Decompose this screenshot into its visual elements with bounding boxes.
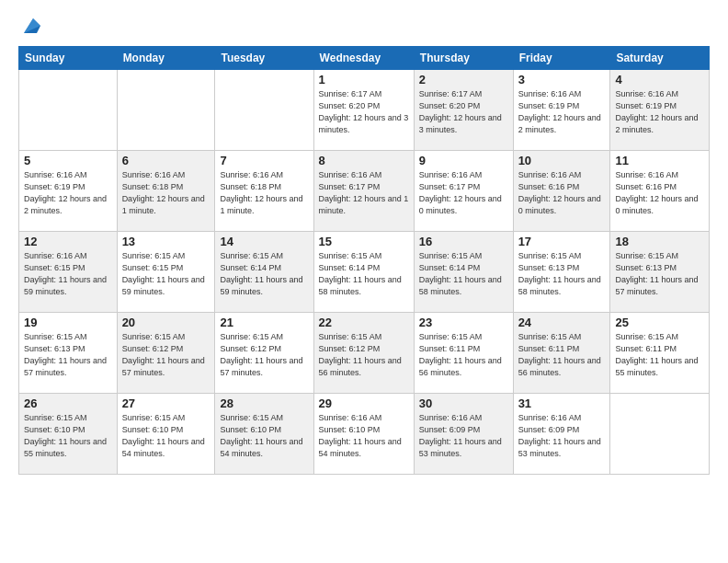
day-number: 1	[319, 73, 409, 86]
calendar-cell: 14Sunrise: 6:15 AM Sunset: 6:14 PM Dayli…	[215, 232, 313, 313]
calendar-cell: 31Sunrise: 6:16 AM Sunset: 6:09 PM Dayli…	[513, 394, 610, 475]
calendar-cell: 19Sunrise: 6:15 AM Sunset: 6:13 PM Dayli…	[19, 313, 118, 394]
day-info: Sunrise: 6:15 AM Sunset: 6:12 PM Dayligh…	[122, 331, 210, 379]
calendar-cell: 26Sunrise: 6:15 AM Sunset: 6:10 PM Dayli…	[19, 394, 118, 475]
day-number: 22	[319, 316, 409, 329]
weekday-header-thursday: Thursday	[414, 47, 513, 70]
day-info: Sunrise: 6:15 AM Sunset: 6:14 PM Dayligh…	[419, 250, 508, 298]
day-number: 4	[615, 73, 704, 86]
day-info: Sunrise: 6:17 AM Sunset: 6:20 PM Dayligh…	[419, 88, 508, 136]
calendar-cell: 1Sunrise: 6:17 AM Sunset: 6:20 PM Daylig…	[313, 70, 414, 151]
calendar-table: SundayMondayTuesdayWednesdayThursdayFrid…	[18, 46, 710, 475]
day-number: 3	[518, 73, 606, 86]
day-info: Sunrise: 6:15 AM Sunset: 6:11 PM Dayligh…	[419, 331, 508, 379]
day-number: 21	[220, 316, 308, 329]
page-header	[18, 15, 710, 37]
day-number: 31	[518, 396, 606, 410]
calendar-cell: 9Sunrise: 6:16 AM Sunset: 6:17 PM Daylig…	[414, 151, 513, 232]
logo-icon	[20, 17, 40, 37]
day-info: Sunrise: 6:15 AM Sunset: 6:10 PM Dayligh…	[122, 412, 210, 460]
day-info: Sunrise: 6:15 AM Sunset: 6:14 PM Dayligh…	[319, 250, 409, 298]
day-info: Sunrise: 6:15 AM Sunset: 6:10 PM Dayligh…	[24, 412, 112, 460]
day-info: Sunrise: 6:15 AM Sunset: 6:14 PM Dayligh…	[220, 250, 308, 298]
day-number: 5	[24, 154, 112, 167]
day-number: 7	[220, 154, 308, 167]
calendar-cell: 18Sunrise: 6:15 AM Sunset: 6:13 PM Dayli…	[610, 232, 710, 313]
day-info: Sunrise: 6:16 AM Sunset: 6:17 PM Dayligh…	[319, 169, 409, 217]
day-number: 19	[24, 316, 112, 329]
week-row-1: 1Sunrise: 6:17 AM Sunset: 6:20 PM Daylig…	[19, 70, 710, 151]
day-info: Sunrise: 6:15 AM Sunset: 6:15 PM Dayligh…	[122, 250, 210, 298]
calendar-cell: 10Sunrise: 6:16 AM Sunset: 6:16 PM Dayli…	[513, 151, 610, 232]
weekday-header-sunday: Sunday	[19, 47, 118, 70]
weekday-header-tuesday: Tuesday	[215, 47, 313, 70]
day-info: Sunrise: 6:16 AM Sunset: 6:19 PM Dayligh…	[615, 88, 704, 136]
calendar-cell: 28Sunrise: 6:15 AM Sunset: 6:10 PM Dayli…	[215, 394, 313, 475]
day-number: 24	[518, 316, 606, 329]
calendar-cell: 4Sunrise: 6:16 AM Sunset: 6:19 PM Daylig…	[610, 70, 710, 151]
week-row-2: 5Sunrise: 6:16 AM Sunset: 6:19 PM Daylig…	[19, 151, 710, 232]
calendar-cell: 5Sunrise: 6:16 AM Sunset: 6:19 PM Daylig…	[19, 151, 118, 232]
day-info: Sunrise: 6:16 AM Sunset: 6:19 PM Dayligh…	[24, 169, 112, 217]
day-number: 11	[615, 154, 704, 167]
day-number: 28	[220, 396, 308, 410]
calendar-cell: 29Sunrise: 6:16 AM Sunset: 6:10 PM Dayli…	[313, 394, 414, 475]
calendar-cell: 15Sunrise: 6:15 AM Sunset: 6:14 PM Dayli…	[313, 232, 414, 313]
day-number: 12	[24, 235, 112, 248]
calendar-cell: 6Sunrise: 6:16 AM Sunset: 6:18 PM Daylig…	[117, 151, 215, 232]
day-info: Sunrise: 6:15 AM Sunset: 6:12 PM Dayligh…	[220, 331, 308, 379]
calendar-cell	[117, 70, 215, 151]
day-number: 2	[419, 73, 508, 86]
week-row-3: 12Sunrise: 6:16 AM Sunset: 6:15 PM Dayli…	[19, 232, 710, 313]
calendar-cell: 21Sunrise: 6:15 AM Sunset: 6:12 PM Dayli…	[215, 313, 313, 394]
day-number: 25	[615, 316, 704, 329]
day-info: Sunrise: 6:16 AM Sunset: 6:19 PM Dayligh…	[518, 88, 606, 136]
calendar-cell: 3Sunrise: 6:16 AM Sunset: 6:19 PM Daylig…	[513, 70, 610, 151]
day-number: 30	[419, 396, 508, 410]
day-info: Sunrise: 6:16 AM Sunset: 6:16 PM Dayligh…	[518, 169, 606, 217]
calendar-cell: 7Sunrise: 6:16 AM Sunset: 6:18 PM Daylig…	[215, 151, 313, 232]
day-info: Sunrise: 6:15 AM Sunset: 6:13 PM Dayligh…	[615, 250, 704, 298]
day-number: 23	[419, 316, 508, 329]
weekday-header-friday: Friday	[513, 47, 610, 70]
day-info: Sunrise: 6:15 AM Sunset: 6:12 PM Dayligh…	[319, 331, 409, 379]
day-number: 27	[122, 396, 210, 410]
day-number: 10	[518, 154, 606, 167]
weekday-header-wednesday: Wednesday	[313, 47, 414, 70]
day-info: Sunrise: 6:16 AM Sunset: 6:10 PM Dayligh…	[319, 412, 409, 460]
day-number: 14	[220, 235, 308, 248]
day-number: 18	[615, 235, 704, 248]
calendar-cell: 8Sunrise: 6:16 AM Sunset: 6:17 PM Daylig…	[313, 151, 414, 232]
day-info: Sunrise: 6:16 AM Sunset: 6:09 PM Dayligh…	[419, 412, 508, 460]
day-number: 8	[319, 154, 409, 167]
day-info: Sunrise: 6:17 AM Sunset: 6:20 PM Dayligh…	[319, 88, 409, 136]
day-info: Sunrise: 6:16 AM Sunset: 6:18 PM Dayligh…	[122, 169, 210, 217]
day-number: 6	[122, 154, 210, 167]
logo	[18, 15, 40, 37]
calendar-cell: 13Sunrise: 6:15 AM Sunset: 6:15 PM Dayli…	[117, 232, 215, 313]
calendar-cell: 11Sunrise: 6:16 AM Sunset: 6:16 PM Dayli…	[610, 151, 710, 232]
day-info: Sunrise: 6:16 AM Sunset: 6:09 PM Dayligh…	[518, 412, 606, 460]
day-number: 17	[518, 235, 606, 248]
calendar-cell	[610, 394, 710, 475]
day-number: 29	[319, 396, 409, 410]
week-row-4: 19Sunrise: 6:15 AM Sunset: 6:13 PM Dayli…	[19, 313, 710, 394]
day-number: 16	[419, 235, 508, 248]
day-number: 26	[24, 396, 112, 410]
day-number: 20	[122, 316, 210, 329]
day-info: Sunrise: 6:16 AM Sunset: 6:16 PM Dayligh…	[615, 169, 704, 217]
calendar-cell: 23Sunrise: 6:15 AM Sunset: 6:11 PM Dayli…	[414, 313, 513, 394]
weekday-header-monday: Monday	[117, 47, 215, 70]
day-info: Sunrise: 6:16 AM Sunset: 6:18 PM Dayligh…	[220, 169, 308, 217]
week-row-5: 26Sunrise: 6:15 AM Sunset: 6:10 PM Dayli…	[19, 394, 710, 475]
calendar-cell: 24Sunrise: 6:15 AM Sunset: 6:11 PM Dayli…	[513, 313, 610, 394]
calendar-cell: 22Sunrise: 6:15 AM Sunset: 6:12 PM Dayli…	[313, 313, 414, 394]
calendar-cell: 2Sunrise: 6:17 AM Sunset: 6:20 PM Daylig…	[414, 70, 513, 151]
day-info: Sunrise: 6:16 AM Sunset: 6:15 PM Dayligh…	[24, 250, 112, 298]
calendar-cell: 16Sunrise: 6:15 AM Sunset: 6:14 PM Dayli…	[414, 232, 513, 313]
calendar-cell	[19, 70, 118, 151]
day-info: Sunrise: 6:15 AM Sunset: 6:13 PM Dayligh…	[24, 331, 112, 379]
calendar-cell: 27Sunrise: 6:15 AM Sunset: 6:10 PM Dayli…	[117, 394, 215, 475]
calendar-cell: 12Sunrise: 6:16 AM Sunset: 6:15 PM Dayli…	[19, 232, 118, 313]
weekday-header-saturday: Saturday	[610, 47, 710, 70]
